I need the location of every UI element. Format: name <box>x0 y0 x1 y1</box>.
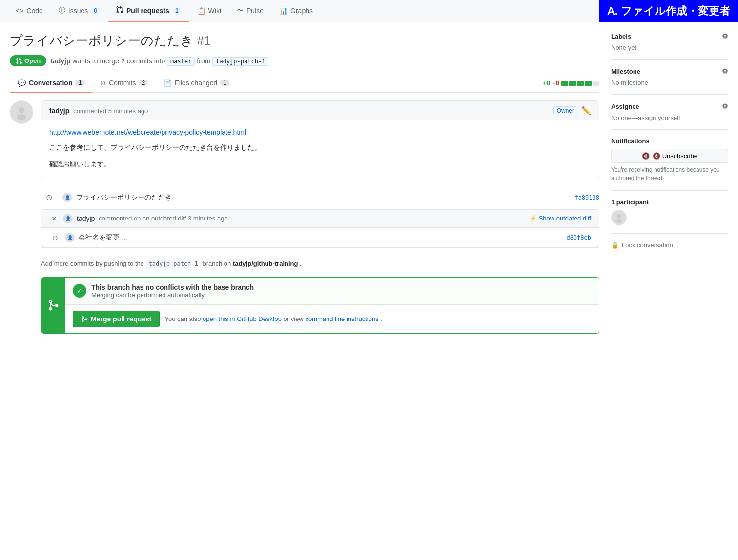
merge-actions: Merge pull request You can also open thi… <box>65 305 599 333</box>
sidebar-assignee: Assignee ⚙ No one—assign yourself <box>611 95 728 130</box>
svg-point-2 <box>617 214 621 218</box>
merge-container: ✓ This branch has no conflicts with the … <box>41 277 599 334</box>
pulse-icon: 〜 <box>237 6 244 15</box>
timeline-commit-1: ⊙ 👤 プライバシーポリシーのたたき fa89138 <box>41 186 599 209</box>
conversation-icon: 💬 <box>18 79 26 87</box>
main-comment: tadyjp commented 5 minutes ago Owner ✏️ … <box>41 100 599 178</box>
pr-title: プライバシーポリシーのたたき #1 <box>10 32 599 49</box>
diff-bar-seg-1 <box>561 81 568 86</box>
merge-info: You can also open this in GitHub Desktop… <box>164 315 382 322</box>
tab-commits[interactable]: ⊙ Commits 2 <box>92 74 156 93</box>
commit-avatar-2: 👤 <box>65 233 75 242</box>
issues-count: 0 <box>91 7 100 14</box>
commit-message-1: プライバシーポリシーのたたき <box>76 193 172 202</box>
commit-avatar-1: 👤 <box>62 193 72 202</box>
expand-icon: ⚡ <box>529 215 537 222</box>
diff-bar <box>561 81 599 86</box>
comment-header: tadyjp commented 5 minutes ago Owner ✏️ <box>41 101 599 120</box>
merge-button[interactable]: Merge pull request <box>73 311 160 327</box>
tab-files-changed[interactable]: 📄 Files changed 1 <box>156 74 237 93</box>
nav-issues[interactable]: ⓘ Issues 0 <box>51 0 108 22</box>
comment-header-right: Owner ✏️ <box>554 106 591 115</box>
base-branch: master <box>167 57 195 66</box>
nav-wiki[interactable]: 📋 Wiki <box>189 1 229 21</box>
status-badge: Open <box>10 55 46 66</box>
tabs: 💬 Conversation 1 ⊙ Commits 2 📄 Files cha… <box>10 74 599 93</box>
comment-author: tadyjp <box>49 107 69 115</box>
timeline-content-1: 👤 プライバシーポリシーのたたき fa89138 <box>62 190 599 205</box>
commit-hash-1[interactable]: fa89138 <box>574 194 599 201</box>
unsubscribe-button[interactable]: 🔇 🔇 Unsubscribe <box>611 149 728 163</box>
deletions-stat: −0 <box>552 80 559 87</box>
milestone-value: No milestone <box>611 79 728 86</box>
pr-icon <box>116 6 123 15</box>
nav-pulse[interactable]: 〜 Pulse <box>229 0 271 22</box>
owner-badge: Owner <box>554 106 577 115</box>
sidebar-notifications: Notifications 🔇 🔇 Unsubscribe You're rec… <box>611 130 728 191</box>
assignee-gear-icon[interactable]: ⚙ <box>722 102 728 110</box>
commit-icon-1: ⊙ <box>41 190 57 205</box>
commits-icon: ⊙ <box>100 79 106 87</box>
svg-point-3 <box>615 219 622 222</box>
additions-stat: +8 <box>543 80 550 87</box>
comment-body: http://www.webernote.net/webcreate/priva… <box>41 120 599 178</box>
edit-icon[interactable]: ✏️ <box>581 106 591 115</box>
code-icon: <> <box>16 7 23 15</box>
lock-conversation[interactable]: 🔒 Lock conversation <box>611 234 728 249</box>
outdated-section: ✕ 👤 tadyjp commented on an outdated diff… <box>41 209 599 248</box>
outdated-author: tadyjp <box>77 215 95 222</box>
merge-check-sub: Merging can be performed automatically. <box>91 291 254 299</box>
pr-number: #1 <box>197 33 211 48</box>
diff-bar-seg-5 <box>593 81 599 86</box>
nav-pull-requests[interactable]: Pull requests 1 <box>108 0 189 22</box>
comment-text-1: ここを参考にして、プライバシーポリシーのたたき台を作りました。 <box>49 142 591 153</box>
comment-text-2: 確認お願いします。 <box>49 159 591 169</box>
labels-value: None yet <box>611 44 728 51</box>
nav-code[interactable]: <> Code <box>8 1 51 21</box>
close-outdated-button[interactable]: ✕ <box>49 214 59 223</box>
merge-check: ✓ This branch has no conflicts with the … <box>65 278 599 305</box>
lock-icon: 🔒 <box>611 241 619 249</box>
banner: A. ファイル作成・変更者 <box>599 0 738 22</box>
sidebar-notifications-title: Notifications <box>611 138 728 145</box>
sidebar-labels-title: Labels ⚙ <box>611 32 728 40</box>
pr-meta: tadyjp wants to merge 2 commits into mas… <box>50 57 268 65</box>
outdated-header: ✕ 👤 tadyjp commented on an outdated diff… <box>41 210 599 228</box>
labels-gear-icon[interactable]: ⚙ <box>722 32 728 40</box>
sidebar-milestone: Milestone ⚙ No milestone <box>611 60 728 95</box>
notification-text: You're receiving notifications because y… <box>611 166 728 182</box>
files-icon: 📄 <box>164 79 172 87</box>
mute-icon: 🔇 <box>642 152 650 160</box>
files-count: 1 <box>220 80 229 86</box>
diff-bar-seg-2 <box>569 81 576 86</box>
main-content: プライバシーポリシーのたたき #1 Open tadyjp wants to m… <box>10 32 599 334</box>
show-outdated-button[interactable]: ⚡ Show outdated diff <box>529 215 591 222</box>
sidebar-participants: 1 participant <box>611 191 728 234</box>
sidebar: Labels ⚙ None yet Milestone ⚙ No milesto… <box>611 32 728 334</box>
sidebar-milestone-title: Milestone ⚙ <box>611 67 728 75</box>
diff-bar-seg-4 <box>585 81 592 86</box>
head-branch: tadyjp-patch-1 <box>212 57 268 66</box>
push-info: Add more commits by pushing to the tadyj… <box>41 256 599 271</box>
outdated-text: commented on an outdated diff 3 minutes … <box>99 215 227 222</box>
outdated-avatar: 👤 <box>63 214 73 223</box>
comment-link[interactable]: http://www.webernote.net/webcreate/priva… <box>49 128 246 136</box>
command-line-link[interactable]: command line instructions <box>305 315 378 322</box>
commit-message-2: 会社名を変更 … <box>79 233 128 242</box>
diff-bar-seg-3 <box>577 81 584 86</box>
pr-status-bar: Open tadyjp wants to merge 2 commits int… <box>10 55 599 66</box>
avatar <box>10 100 33 124</box>
milestone-gear-icon[interactable]: ⚙ <box>722 67 728 75</box>
top-nav: <> Code ⓘ Issues 0 Pull requests 1 📋 Wik… <box>0 0 738 22</box>
svg-point-1 <box>17 114 26 120</box>
tab-conversation[interactable]: 💬 Conversation 1 <box>10 74 92 93</box>
open-desktop-link[interactable]: open this in GitHub Desktop <box>203 315 282 322</box>
assignee-value: No one—assign yourself <box>611 114 728 121</box>
participants-title: 1 participant <box>611 199 728 206</box>
branch-code: tadyjp-patch-1 <box>146 260 201 268</box>
sidebar-assignee-title: Assignee ⚙ <box>611 102 728 110</box>
commits-count: 2 <box>139 80 148 86</box>
commit-hash-2[interactable]: d80f8eb <box>566 234 591 241</box>
nav-graphs[interactable]: 📊 Graphs <box>271 1 321 21</box>
wiki-icon: 📋 <box>197 7 205 15</box>
